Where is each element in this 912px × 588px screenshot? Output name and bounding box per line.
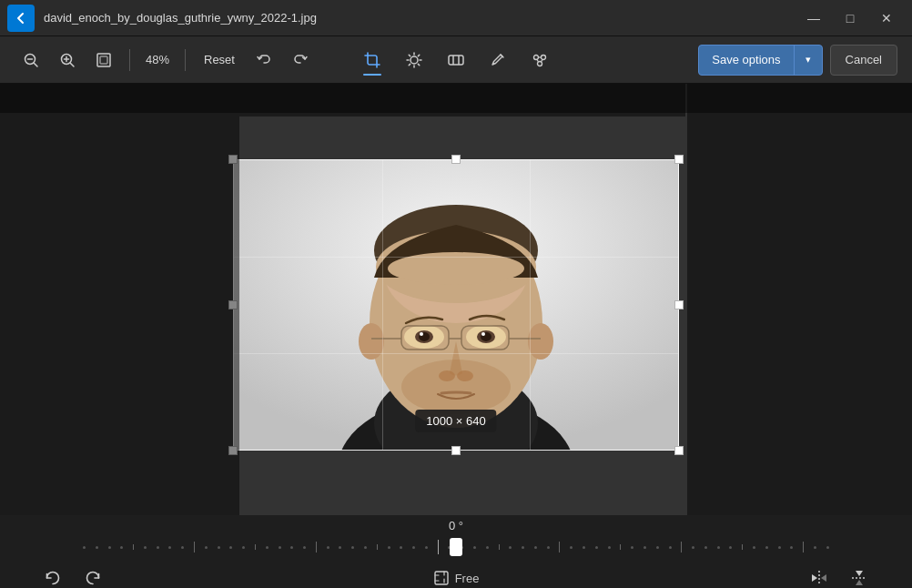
crop-handle-bottom-mid[interactable] <box>451 446 461 455</box>
close-button[interactable]: ✕ <box>868 0 905 36</box>
tick <box>83 546 86 549</box>
rotation-thumb[interactable] <box>450 538 462 556</box>
zoom-in-button[interactable] <box>51 44 84 76</box>
zoom-controls: 48% Reset <box>15 44 351 76</box>
tick <box>290 546 293 549</box>
retouch-tool-button[interactable] <box>522 43 557 77</box>
tick <box>631 546 633 549</box>
brightness-tool-button[interactable] <box>397 43 431 77</box>
rotate-buttons <box>36 562 109 588</box>
toolbar: 48% Reset <box>0 36 912 84</box>
svg-point-24 <box>538 61 542 66</box>
save-options-button[interactable]: Save options ▾ <box>698 45 822 76</box>
tick-major-center <box>438 540 439 554</box>
adjust-tool-button[interactable] <box>439 43 473 77</box>
minimize-button[interactable]: — <box>795 0 832 36</box>
svg-line-1 <box>35 63 38 66</box>
svg-point-44 <box>481 332 485 336</box>
tick <box>753 546 755 549</box>
outer-dark-left <box>0 84 239 515</box>
tick <box>205 546 208 549</box>
tick <box>425 546 428 549</box>
tick <box>303 546 306 549</box>
flip-buttons <box>803 562 876 588</box>
tick <box>547 546 550 549</box>
tick <box>608 546 611 549</box>
title-bar: david_enoch_by_douglas_guthrie_ywny_2022… <box>0 0 912 36</box>
window-controls: — □ ✕ <box>795 0 905 36</box>
tick <box>473 546 476 549</box>
rotation-slider[interactable] <box>83 538 829 556</box>
tick <box>364 546 367 549</box>
tick <box>778 546 781 549</box>
reset-button[interactable]: Reset <box>195 47 244 72</box>
flip-horizontal-button[interactable] <box>803 562 836 588</box>
crop-handle-mid-right[interactable] <box>674 300 684 309</box>
tick <box>534 546 537 549</box>
tick <box>509 546 512 549</box>
tick <box>412 546 415 549</box>
crop-handle-top-mid[interactable] <box>451 155 461 164</box>
svg-line-14 <box>409 55 410 56</box>
redo-button[interactable] <box>284 44 317 76</box>
undo-button[interactable] <box>248 44 280 76</box>
svg-point-35 <box>359 323 384 360</box>
tick <box>316 542 317 553</box>
tick <box>229 546 232 549</box>
svg-line-27 <box>542 59 543 62</box>
tick <box>108 546 111 549</box>
tick <box>242 546 245 549</box>
image-container[interactable]: 1000 × 640 <box>233 159 679 451</box>
tick <box>729 546 732 549</box>
tick <box>643 546 646 549</box>
tick <box>803 542 804 553</box>
tick <box>168 546 171 549</box>
separator2 <box>185 49 186 71</box>
tick <box>692 546 694 549</box>
window-title: david_enoch_by_douglas_guthrie_ywny_2022… <box>44 11 795 25</box>
markup-tool-button[interactable] <box>481 43 515 77</box>
tick <box>279 546 281 549</box>
save-options-label: Save options <box>699 46 794 75</box>
tick <box>499 544 500 550</box>
tick <box>388 546 390 549</box>
flip-vertical-button[interactable] <box>843 562 876 588</box>
editor-canvas[interactable]: 1000 × 640 <box>0 84 912 515</box>
tick <box>704 546 707 549</box>
svg-point-40 <box>420 332 423 336</box>
crop-handle-top-right[interactable] <box>674 155 684 164</box>
svg-point-23 <box>542 55 546 59</box>
tick <box>486 546 489 549</box>
svg-point-22 <box>534 55 539 59</box>
tick <box>377 544 378 550</box>
back-button[interactable] <box>7 5 35 32</box>
outer-dark-right <box>687 84 912 515</box>
tick <box>570 546 573 549</box>
tick <box>790 546 793 549</box>
rotate-right-button[interactable] <box>76 562 109 588</box>
svg-rect-56 <box>435 572 448 584</box>
tick <box>765 546 768 549</box>
fit-to-window-button[interactable] <box>87 44 120 76</box>
maximize-button[interactable]: □ <box>832 0 868 36</box>
tick <box>133 544 134 550</box>
action-buttons: Save options ▾ Cancel <box>561 45 897 76</box>
free-button[interactable]: Free <box>424 566 489 588</box>
tick <box>120 546 123 549</box>
tick <box>826 546 829 549</box>
tick <box>669 546 672 549</box>
tick <box>218 546 220 549</box>
tick <box>742 544 743 550</box>
outer-dark-top-mid <box>239 84 685 117</box>
tick <box>194 542 195 553</box>
rotate-left-button[interactable] <box>36 562 69 588</box>
svg-rect-18 <box>449 56 463 65</box>
cancel-button[interactable]: Cancel <box>830 45 897 76</box>
zoom-out-button[interactable] <box>15 44 47 76</box>
save-options-chevron-icon: ▾ <box>795 46 822 75</box>
crop-handle-bottom-right[interactable] <box>674 446 684 455</box>
tick <box>620 544 621 550</box>
crop-tool-button[interactable] <box>355 43 390 77</box>
free-ratio-button[interactable]: Free <box>424 566 489 588</box>
svg-rect-8 <box>100 56 107 64</box>
